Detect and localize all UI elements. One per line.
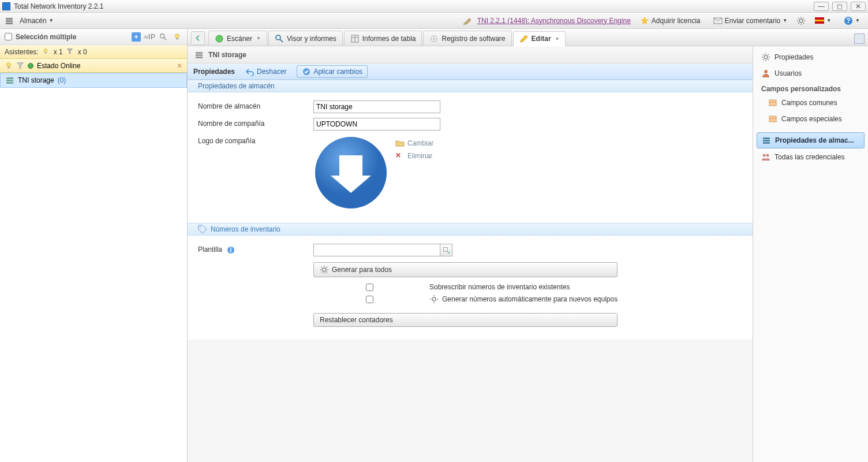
sidebar-item-label: Propiedades de almac... [775,136,854,144]
svg-rect-28 [196,57,203,58]
expand-button[interactable] [854,33,865,44]
svg-point-11 [44,49,47,52]
svg-point-37 [764,55,768,59]
apply-button[interactable]: Aplicar cambios [297,65,368,78]
multiselect-label: Selección múltiple [16,33,76,41]
version-link[interactable]: TNI 2.2.1 (1448): Asynchronous Discovery… [477,17,631,25]
overwrite-checkbox[interactable] [313,284,426,291]
generate-all-button[interactable]: Generar para todos [313,262,618,277]
template-input[interactable] [313,244,440,256]
fields-icon [768,114,777,124]
feedback-button[interactable]: Enviar comentario ▼ [710,15,791,27]
star-icon [640,16,649,25]
assistants-label: Asistentes: [5,48,39,56]
search-icon[interactable] [158,32,169,42]
feedback-label: Enviar comentario [725,17,781,25]
sidebar-item-label: Propiedades [775,53,813,61]
sidebar-item-credentials[interactable]: Todas las credenciales [757,150,865,165]
tree-item-count: (0) [58,76,66,84]
titlebar: Total Network Inventory 2.2.1 — ◻ ✕ [0,0,868,13]
add-button[interactable]: + [132,32,141,42]
chevron-down-icon: ▼ [256,36,261,41]
storage-name-input[interactable] [313,100,440,113]
almacen-menu[interactable]: Almacén ▼ [16,16,57,26]
minimize-button[interactable]: — [814,2,829,11]
bulb-icon[interactable] [172,32,182,42]
tab-viewer[interactable]: Visor y informes [268,31,343,46]
tab-edit[interactable]: Editar ▼ [513,31,566,46]
section-label: Propiedades de almacén [198,82,275,90]
template-insert-button[interactable] [440,244,452,256]
folder-icon [395,139,405,148]
info-icon[interactable]: i [226,245,235,255]
license-button[interactable]: Adquirir licencia [637,15,704,27]
user-icon [761,69,770,78]
window-buttons: — ◻ ✕ [814,2,866,11]
close-button[interactable]: ✕ [851,2,866,11]
sidebar-item-label: Todas las credenciales [775,153,844,161]
language-button[interactable]: ▼ [811,16,835,25]
company-name-label: Nombre de compañía [198,118,313,128]
svg-rect-34 [444,248,448,252]
maximize-button[interactable]: ◻ [832,2,847,11]
company-logo-label: Logo de compañía [198,135,313,145]
delete-logo-button[interactable]: ✕ Eliminar [395,151,433,161]
gear-icon [761,53,770,62]
sidebar-item-users[interactable]: Usuarios [757,66,865,81]
svg-rect-39 [769,100,776,106]
storage-icon [762,136,771,145]
sidebar-item-common-fields[interactable]: Campos comunes [757,95,865,110]
bulb-icon[interactable] [42,48,50,56]
svg-rect-2 [6,23,13,24]
tabstrip: Escáner ▼ Visor y informes Informes de t… [188,29,868,46]
tab-software[interactable]: Registro de software [423,31,511,46]
bulb-icon [5,62,13,70]
sort-button[interactable]: A/IP [144,32,155,42]
tab-table-reports[interactable]: Informes de tabla [344,31,422,46]
funnel-icon[interactable] [66,48,74,56]
svg-point-25 [433,38,435,39]
svg-line-20 [280,39,283,42]
pencil-icon [519,34,529,43]
online-status-icon [28,63,33,69]
sidebar-item-properties[interactable]: Propiedades [757,50,865,65]
main-area: Selección múltiple + A/IP Asistentes: x … [0,29,868,462]
sidebar-item-label: Usuarios [775,69,802,77]
undo-button[interactable]: Deshacer [241,66,291,77]
sidebar-right: Propiedades Usuarios Campos personalizad… [753,46,868,462]
tab-scanner[interactable]: Escáner ▼ [208,31,267,46]
svg-point-38 [764,70,768,73]
sidebar-left: Selección múltiple + A/IP Asistentes: x … [0,29,188,462]
autogen-checkbox[interactable] [313,296,426,303]
reset-counters-button[interactable]: Restablecer contadores [313,313,618,327]
close-status-icon[interactable]: ✕ [177,62,182,70]
help-button[interactable]: ? ▼ [840,15,863,27]
svg-rect-10 [176,38,178,39]
company-name-input[interactable] [313,118,440,131]
change-logo-button[interactable]: Cambiar [395,139,433,148]
gear-icon[interactable] [796,16,806,25]
sidebar-item-storage-props[interactable]: Propiedades de almac... [757,132,865,148]
reset-label: Restablecer contadores [320,316,393,324]
storage-icon [5,76,14,85]
autogen-label: Generar números automáticamente para nue… [442,295,618,303]
svg-point-35 [323,268,326,271]
check-icon [302,67,311,76]
back-button[interactable] [191,31,205,45]
tab-label: Visor y informes [287,35,336,43]
svg-rect-14 [8,66,10,68]
sidebar-item-special-fields[interactable]: Campos especiales [757,111,865,126]
storage-props-form: Nombre de almacén Nombre de compañía Log… [188,92,753,223]
mail-icon [713,16,723,25]
funnel-count: x 0 [78,48,87,56]
sidebar-item-label: Campos comunes [781,99,837,107]
panel-header: TNI storage [188,46,753,64]
flag-spain-icon [815,17,824,24]
multiselect-checkbox[interactable] [5,33,12,40]
panel-title: TNI storage [208,51,246,59]
sidebar-item-label: Campos especiales [781,115,842,123]
tree-item-tni-storage[interactable]: TNI storage (0) [0,73,187,88]
svg-point-9 [175,33,179,38]
feather-icon [462,16,472,25]
svg-rect-27 [196,54,203,56]
